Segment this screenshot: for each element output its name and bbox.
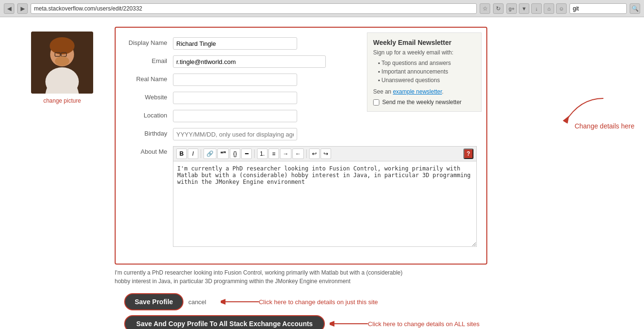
newsletter-checkbox[interactable]	[373, 99, 379, 106]
birthday-label: Birthday	[125, 128, 173, 137]
save-all-action-row: Save And Copy Profile To All Stack Excha…	[124, 315, 630, 329]
save-profile-button[interactable]: Save Profile	[124, 293, 183, 310]
toolbar-bold[interactable]: B	[176, 149, 187, 159]
about-me-editor-container: B I 🔗 ❝❞ {} ━ 1. ≡ → ←	[173, 146, 477, 248]
toolbar-redo[interactable]: ↪	[321, 149, 331, 159]
toolbar-undo[interactable]: ↩	[309, 149, 320, 159]
preview-text: I'm currently a PhD researcher looking i…	[115, 268, 411, 286]
newsletter-item-2: Important announcements	[378, 67, 475, 76]
editor-toolbar: B I 🔗 ❝❞ {} ━ 1. ≡ → ←	[173, 146, 477, 161]
toolbar-sep-2	[254, 149, 255, 158]
newsletter-list: Top questions and answers Important anno…	[373, 59, 475, 85]
back-button[interactable]: ◀	[4, 3, 14, 14]
avatar-svg	[31, 32, 93, 94]
email-input[interactable]	[173, 55, 326, 68]
about-me-row: About Me B I 🔗 ❝❞ {} ━ 1.	[125, 146, 477, 248]
toolbar-sep-3	[306, 149, 307, 158]
email-label: Email	[125, 55, 173, 64]
browser-chrome: ◀ ▶ ☆ ↻ g+ ▼ ↓ ⌂ ☺ 🔍	[0, 0, 644, 17]
toolbar-ol[interactable]: 1.	[257, 149, 268, 159]
real-name-label: Real Name	[125, 74, 173, 83]
newsletter-subtitle: Sign up for a weekly email with:	[373, 49, 475, 56]
form-container: Weekly Email Newsletter Sign up for a we…	[115, 27, 487, 265]
toolbar-link[interactable]: 🔗	[204, 149, 216, 159]
forward-button[interactable]: ▶	[17, 3, 28, 14]
display-name-label: Display Name	[125, 37, 173, 46]
website-input[interactable]	[173, 92, 297, 104]
refresh-button[interactable]: ↻	[493, 3, 504, 14]
save-all-annotation: Click here to change details on ALL site…	[330, 317, 480, 329]
newsletter-item-1: Top questions and answers	[378, 59, 475, 67]
left-column: change picture	[14, 27, 110, 329]
save-annotation: Click here to change details on just thi…	[221, 295, 378, 309]
svg-point-4	[50, 37, 75, 54]
toolbar-help[interactable]: ?	[463, 149, 473, 159]
browser-icon-3[interactable]: ↓	[531, 3, 542, 14]
location-input[interactable]	[173, 110, 297, 122]
search-input[interactable]	[569, 3, 627, 14]
newsletter-box: Weekly Email Newsletter Sign up for a we…	[367, 32, 482, 112]
save-all-annotation-text: Click here to change details on ALL site…	[368, 320, 480, 328]
page-wrapper: change picture Weekly Email Newsletter S…	[0, 17, 644, 329]
example-newsletter-link[interactable]: example newsletter	[393, 88, 442, 95]
real-name-input[interactable]	[173, 74, 297, 86]
avatar	[31, 32, 93, 94]
change-picture-link[interactable]: change picture	[43, 97, 81, 104]
newsletter-checkbox-label: Send me the weekly newsletter	[382, 99, 462, 106]
search-button[interactable]: 🔍	[630, 3, 640, 14]
newsletter-checkbox-row: Send me the weekly newsletter	[373, 99, 475, 106]
save-action-row: Save Profile cancel Click here to change…	[124, 293, 630, 310]
browser-icon-1[interactable]: g+	[506, 3, 517, 14]
toolbar-italic[interactable]: I	[188, 149, 198, 159]
location-label: Location	[125, 110, 173, 119]
toolbar-hr[interactable]: ━	[241, 149, 252, 159]
svg-point-9	[55, 56, 69, 66]
toolbar-sep-1	[201, 149, 201, 158]
change-details-annotation: Change details here	[556, 94, 634, 130]
page-content: change picture Weekly Email Newsletter S…	[0, 17, 644, 329]
toolbar-code[interactable]: {}	[230, 149, 240, 159]
toolbar-indent[interactable]: →	[280, 149, 291, 159]
save-all-arrow-icon	[330, 317, 368, 329]
save-annotation-text: Click here to change details on just thi…	[259, 298, 378, 306]
toolbar-blockquote[interactable]: ❝❞	[217, 149, 229, 159]
toolbar-outdent[interactable]: ←	[292, 149, 304, 159]
newsletter-see: See an example newsletter.	[373, 88, 475, 95]
newsletter-item-3: Unanswered questions	[378, 76, 475, 85]
newsletter-title: Weekly Email Newsletter	[373, 39, 475, 46]
cancel-link[interactable]: cancel	[188, 298, 206, 306]
display-name-input[interactable]	[173, 37, 297, 50]
save-all-button[interactable]: Save And Copy Profile To All Stack Excha…	[124, 315, 325, 329]
website-label: Website	[125, 92, 173, 101]
about-me-textarea[interactable]: I'm currently a PhD researcher looking i…	[173, 161, 477, 247]
main-column: Weekly Email Newsletter Sign up for a we…	[110, 27, 630, 329]
browser-icon-2[interactable]: ▼	[519, 3, 529, 14]
toolbar-ul[interactable]: ≡	[268, 149, 279, 159]
browser-icon-4[interactable]: ⌂	[544, 3, 554, 14]
browser-icon-5[interactable]: ☺	[556, 3, 567, 14]
birthday-input[interactable]	[173, 128, 297, 140]
about-me-label: About Me	[125, 146, 173, 155]
save-arrow-icon	[221, 295, 259, 309]
birthday-row: Birthday	[125, 128, 477, 140]
address-bar[interactable]	[31, 3, 477, 14]
star-button[interactable]: ☆	[480, 3, 490, 14]
change-details-text: Change details here	[575, 122, 634, 130]
